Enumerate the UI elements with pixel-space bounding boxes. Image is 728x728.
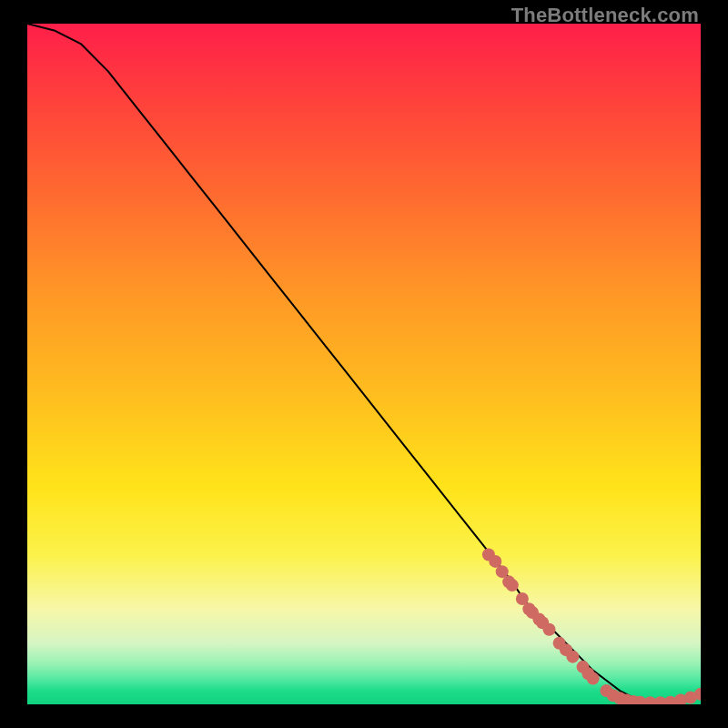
marker-group bbox=[482, 548, 701, 704]
chart-panel bbox=[27, 24, 701, 704]
chart-stage: TheBottleneck.com bbox=[0, 0, 728, 728]
plot-svg bbox=[27, 24, 701, 704]
data-marker bbox=[543, 623, 556, 636]
data-marker bbox=[587, 672, 600, 685]
curve-line bbox=[27, 24, 701, 703]
data-marker bbox=[566, 651, 579, 663]
data-marker bbox=[506, 579, 519, 592]
